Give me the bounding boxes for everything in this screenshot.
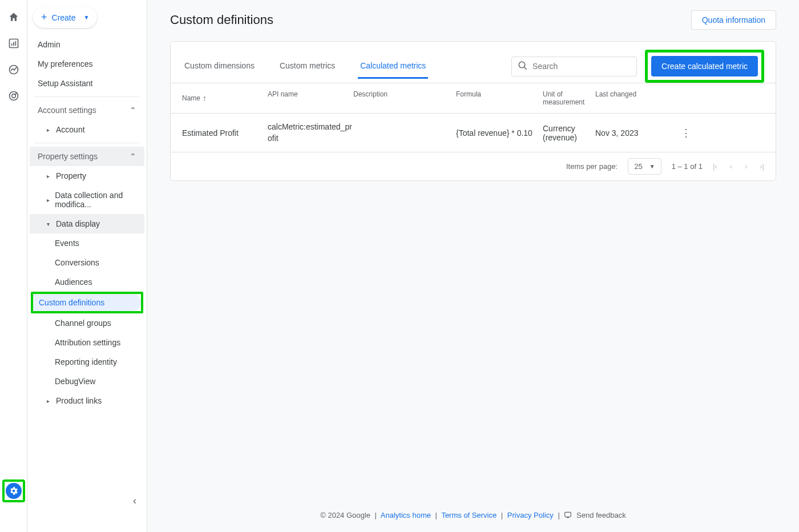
nav-reporting-identity[interactable]: Reporting identity	[30, 352, 144, 372]
admin-settings-icon[interactable]	[6, 483, 22, 499]
nav-debugview[interactable]: DebugView	[30, 372, 144, 391]
nav-data-display[interactable]: ▾ Data display	[30, 214, 144, 233]
footer-terms-link[interactable]: Terms of Service	[441, 511, 497, 519]
col-header-actions	[681, 90, 698, 106]
main-content: Custom definitions Quota information Cus…	[147, 0, 799, 532]
nav-data-collection-label: Data collection and modifica...	[55, 191, 136, 209]
page-size-select[interactable]: 25 ▼	[628, 158, 661, 175]
last-page-icon[interactable]: ›|	[760, 162, 764, 171]
items-per-page-label: Items per page:	[566, 162, 618, 171]
nav-events[interactable]: Events	[30, 233, 144, 253]
footer-privacy-link[interactable]: Privacy Policy	[507, 511, 554, 519]
col-header-formula[interactable]: Formula	[456, 90, 543, 106]
footer-copyright: © 2024 Google	[320, 511, 370, 519]
nav-setup-assistant[interactable]: Setup Assistant	[30, 74, 144, 93]
cell-formula: {Total revenue} * 0.10	[456, 128, 543, 138]
nav-attribution-settings[interactable]: Attribution settings	[30, 333, 144, 352]
advertising-icon[interactable]	[7, 89, 21, 103]
nav-property-settings[interactable]: Property settings ⌃	[30, 147, 144, 166]
reports-icon[interactable]	[7, 37, 21, 50]
arrow-right-icon: ▸	[47, 173, 51, 179]
col-header-name[interactable]: Name ↑	[182, 90, 268, 106]
cell-unit: Currency (revenue)	[543, 124, 595, 142]
nav-product-links[interactable]: ▸ Product links	[30, 391, 144, 410]
nav-data-display-label: Data display	[56, 219, 100, 228]
prev-page-icon[interactable]: ‹	[730, 162, 732, 171]
divider	[34, 143, 140, 143]
cell-api: calcMetric:estimated_profit	[268, 122, 353, 144]
nav-channel-groups[interactable]: Channel groups	[30, 313, 144, 333]
definitions-card: Custom dimensions Custom metrics Calcula…	[170, 41, 776, 181]
footer: © 2024 Google | Analytics home | Terms o…	[147, 504, 799, 532]
col-header-unit[interactable]: Unit of measurement	[543, 90, 595, 106]
create-metric-highlight: Create calculated metric	[645, 50, 764, 83]
col-header-last-changed[interactable]: Last changed	[595, 90, 681, 106]
row-more-icon[interactable]: ⋮	[681, 127, 698, 139]
cell-name: Estimated Profit	[182, 128, 268, 138]
svg-point-7	[519, 62, 525, 68]
search-box[interactable]	[511, 57, 637, 76]
nav-account-settings[interactable]: Account settings ⌃	[30, 100, 144, 120]
page-title: Custom definitions	[170, 13, 273, 27]
arrow-right-icon: ▸	[47, 197, 50, 203]
icon-rail	[0, 0, 27, 532]
chevron-up-icon: ⌃	[130, 152, 136, 161]
first-page-icon[interactable]: |‹	[713, 162, 717, 171]
sidebar: + Create ▼ Admin My preferences Setup As…	[27, 0, 147, 532]
explore-icon[interactable]	[7, 63, 21, 76]
collapse-sidebar-icon[interactable]: ‹	[133, 495, 136, 507]
create-calculated-metric-button[interactable]: Create calculated metric	[651, 56, 758, 76]
svg-rect-8	[565, 512, 571, 517]
svg-rect-3	[15, 41, 16, 46]
create-button[interactable]: + Create ▼	[33, 7, 97, 28]
cell-last-changed: Nov 3, 2023	[595, 128, 681, 138]
custom-definitions-highlight: Custom definitions	[31, 292, 143, 313]
nav-property[interactable]: ▸ Property	[30, 166, 144, 186]
arrow-right-icon: ▸	[47, 127, 51, 133]
tab-calculated-metrics[interactable]: Calculated metrics	[358, 54, 428, 79]
tab-custom-metrics[interactable]: Custom metrics	[277, 54, 337, 79]
table-header: Name ↑ API name Description Formula Unit…	[171, 83, 776, 114]
pagination-range: 1 – 1 of 1	[672, 162, 703, 171]
feedback-icon	[564, 511, 572, 521]
nav-audiences[interactable]: Audiences	[30, 272, 144, 292]
divider	[34, 96, 140, 97]
table-row: Estimated Profit calcMetric:estimated_pr…	[171, 114, 776, 152]
plus-icon: +	[41, 11, 47, 23]
nav-account-label: Account	[56, 125, 85, 134]
nav-admin[interactable]: Admin	[30, 35, 144, 54]
nav-property-settings-label: Property settings	[38, 152, 98, 161]
col-header-api[interactable]: API name	[268, 90, 353, 106]
nav-product-links-label: Product links	[56, 396, 102, 405]
caret-down-icon: ▼	[84, 14, 90, 21]
nav-property-label: Property	[56, 171, 86, 180]
arrow-down-icon: ▾	[47, 221, 51, 227]
nav-account-settings-label: Account settings	[38, 106, 96, 115]
search-icon	[518, 61, 528, 72]
footer-feedback-link[interactable]: Send feedback	[576, 511, 626, 519]
create-label: Create	[52, 13, 76, 22]
nav-my-preferences[interactable]: My preferences	[30, 54, 144, 74]
col-header-description[interactable]: Description	[353, 90, 456, 106]
sort-ascending-icon: ↑	[203, 94, 207, 103]
pagination: Items per page: 25 ▼ 1 – 1 of 1 |‹ ‹ › ›…	[171, 152, 776, 180]
footer-analytics-home-link[interactable]: Analytics home	[381, 511, 431, 519]
settings-highlight	[2, 479, 25, 502]
svg-rect-1	[11, 43, 12, 46]
svg-rect-2	[13, 42, 14, 46]
quota-information-button[interactable]: Quota information	[691, 10, 776, 30]
caret-down-icon: ▼	[649, 163, 655, 170]
nav-conversions[interactable]: Conversions	[30, 253, 144, 272]
chevron-up-icon: ⌃	[130, 106, 136, 115]
nav-custom-definitions[interactable]: Custom definitions	[33, 294, 141, 311]
page-size-value: 25	[634, 162, 642, 171]
search-input[interactable]	[532, 62, 632, 71]
next-page-icon[interactable]: ›	[745, 162, 747, 171]
nav-account[interactable]: ▸ Account	[30, 120, 144, 139]
home-icon[interactable]	[7, 10, 21, 24]
arrow-right-icon: ▸	[47, 398, 51, 404]
nav-data-collection[interactable]: ▸ Data collection and modifica...	[30, 186, 144, 214]
tab-custom-dimensions[interactable]: Custom dimensions	[182, 54, 257, 79]
